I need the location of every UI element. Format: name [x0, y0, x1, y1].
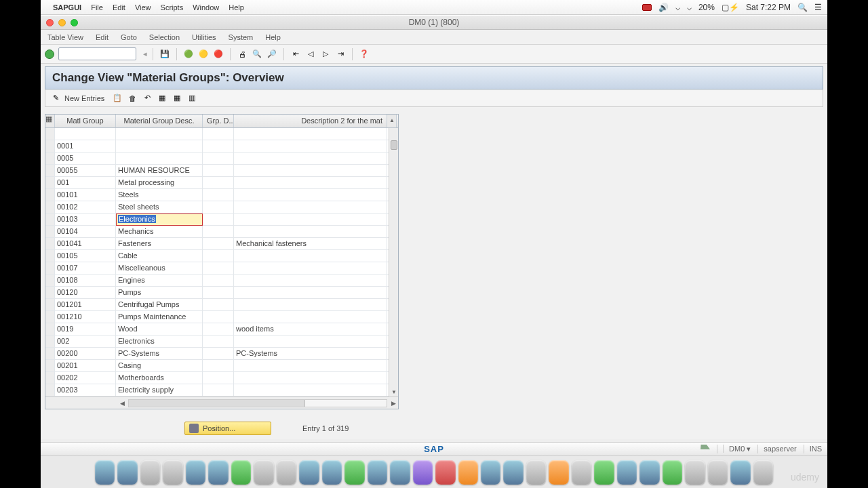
cell-desc[interactable]: Electricity supply [116, 384, 203, 396]
prev-page-icon[interactable]: ◁ [304, 48, 317, 60]
row-selector[interactable] [45, 287, 55, 298]
dock-app-skype[interactable] [344, 460, 364, 485]
row-selector[interactable] [45, 214, 55, 225]
col-matl-group[interactable]: Matl Group [55, 115, 116, 127]
cell-desc2[interactable] [234, 152, 387, 164]
dock-app-messages[interactable] [322, 460, 342, 485]
cell-desc2[interactable] [234, 165, 387, 176]
cell-grp-d[interactable] [203, 311, 234, 323]
cell-grp-d[interactable] [203, 299, 234, 310]
back-icon[interactable]: 🟢 [182, 48, 195, 60]
cell-matl-group[interactable]: 00107 [55, 262, 116, 274]
dropdown-icon[interactable]: ◂ [143, 49, 147, 58]
cell-desc[interactable]: PC-Systems [116, 348, 203, 359]
cell-grp-d[interactable] [203, 287, 234, 298]
cell-desc[interactable]: Centrifugal Pumps [116, 299, 203, 310]
cell-desc[interactable]: Wood [116, 323, 203, 335]
cell-matl-group[interactable]: 001041 [55, 238, 116, 249]
undo-icon[interactable]: ↶ [141, 92, 153, 104]
table-row[interactable]: 001210Pumps Maintenance [45, 311, 398, 323]
notification-center-icon[interactable]: ☰ [814, 3, 822, 12]
row-selector[interactable] [45, 372, 55, 384]
cell-matl-group[interactable]: 0001 [55, 140, 116, 152]
cell-desc[interactable]: Steel sheets [116, 201, 203, 213]
dock-app-r[interactable] [481, 460, 500, 485]
cell-desc2[interactable] [234, 336, 387, 347]
cell-desc[interactable] [116, 128, 203, 140]
sap-menu-selection[interactable]: Selection [149, 33, 180, 41]
scroll-left-icon[interactable]: ◀ [117, 400, 127, 407]
row-selector[interactable] [45, 128, 55, 140]
mac-menu-help[interactable]: Help [229, 3, 244, 12]
cell-desc[interactable]: Engines [116, 274, 203, 286]
cell-desc2[interactable] [234, 372, 387, 384]
scroll-right-icon[interactable]: ▶ [389, 400, 398, 407]
cell-desc2[interactable] [234, 299, 387, 310]
scroll-up-icon[interactable] [387, 115, 397, 127]
table-row[interactable]: 0019Woodwood items [45, 323, 398, 336]
sap-menubar[interactable]: Table View Edit Goto Selection Utilities… [41, 30, 827, 45]
select-block-icon[interactable]: ▦ [171, 92, 183, 104]
cell-desc[interactable] [116, 152, 203, 164]
exit-icon[interactable]: 🟡 [197, 48, 210, 60]
cell-desc2[interactable] [234, 262, 387, 274]
cell-grp-d[interactable] [203, 226, 234, 237]
cell-grp-d[interactable] [203, 348, 234, 359]
cell-matl-group[interactable]: 00103 [55, 214, 116, 225]
zoom-icon[interactable] [71, 19, 78, 26]
cell-desc2[interactable] [234, 311, 387, 323]
cell-grp-d[interactable] [203, 384, 234, 396]
app-name[interactable]: SAPGUI [53, 3, 81, 12]
cell-matl-group[interactable]: 00200 [55, 348, 116, 359]
cell-desc2[interactable] [234, 128, 387, 140]
cell-desc2[interactable] [234, 360, 387, 371]
row-selector[interactable] [45, 384, 55, 396]
table-row[interactable]: 00203Electricity supply [45, 384, 398, 396]
cell-desc2[interactable] [234, 177, 387, 188]
dock-app-evernote[interactable] [231, 460, 251, 485]
window-controls[interactable] [46, 19, 78, 26]
cell-matl-group[interactable]: 00108 [55, 274, 116, 286]
table-row[interactable]: 00055HUMAN RESOURCE [45, 165, 398, 177]
cell-matl-group[interactable]: 00201 [55, 360, 116, 371]
dock-app-snip[interactable] [390, 460, 410, 485]
dock-app-reminders[interactable] [277, 460, 296, 485]
table-row[interactable]: 00102Steel sheets [45, 201, 398, 214]
sap-menu-system[interactable]: System [229, 33, 254, 41]
cell-matl-group[interactable]: 00120 [55, 287, 116, 298]
dock-app-notes[interactable] [254, 460, 273, 485]
table-row[interactable]: 001041FastenersMechanical fasteners [45, 238, 398, 250]
cell-desc2[interactable] [234, 189, 387, 201]
dock-app-settings[interactable] [526, 460, 546, 485]
cell-desc[interactable]: Electronics [116, 214, 203, 226]
row-selector[interactable] [45, 262, 55, 274]
cell-desc2[interactable]: PC-Systems [234, 348, 387, 359]
cell-grp-d[interactable] [203, 140, 234, 152]
mac-menu-edit[interactable]: Edit [113, 3, 125, 12]
status-system[interactable]: DM0 ▾ [717, 445, 751, 453]
enter-ok-icon[interactable] [45, 49, 54, 59]
cell-matl-group[interactable]: 00102 [55, 201, 116, 213]
cell-grp-d[interactable] [203, 323, 234, 335]
table-row[interactable]: 00108Engines [45, 274, 398, 287]
dock-app-appstore[interactable] [503, 460, 523, 485]
row-selector[interactable] [45, 177, 55, 188]
find-icon[interactable]: 🔍 [251, 48, 263, 60]
cell-desc[interactable]: HUMAN RESOURCE [116, 165, 203, 176]
cell-desc2[interactable] [234, 384, 387, 396]
mac-menubar[interactable]: SAPGUI File Edit View Scripts Window Hel… [41, 0, 827, 15]
mac-menu-window[interactable]: Window [193, 3, 219, 12]
row-selector[interactable] [45, 360, 55, 371]
cell-matl-group[interactable]: 0019 [55, 323, 116, 335]
dock-app-word[interactable] [617, 460, 637, 485]
next-page-icon[interactable]: ▷ [319, 48, 332, 60]
cell-grp-d[interactable] [203, 336, 234, 347]
col-desc[interactable]: Material Group Desc. [116, 115, 203, 127]
battery-icon[interactable]: ▢⚡ [722, 3, 739, 12]
dock-app-folder2[interactable] [708, 460, 728, 485]
command-field[interactable] [58, 47, 136, 60]
table-row[interactable]: 00201Casing [45, 360, 398, 372]
row-selector[interactable] [45, 189, 55, 201]
cell-grp-d[interactable] [203, 274, 234, 286]
cell-desc[interactable] [116, 140, 203, 152]
